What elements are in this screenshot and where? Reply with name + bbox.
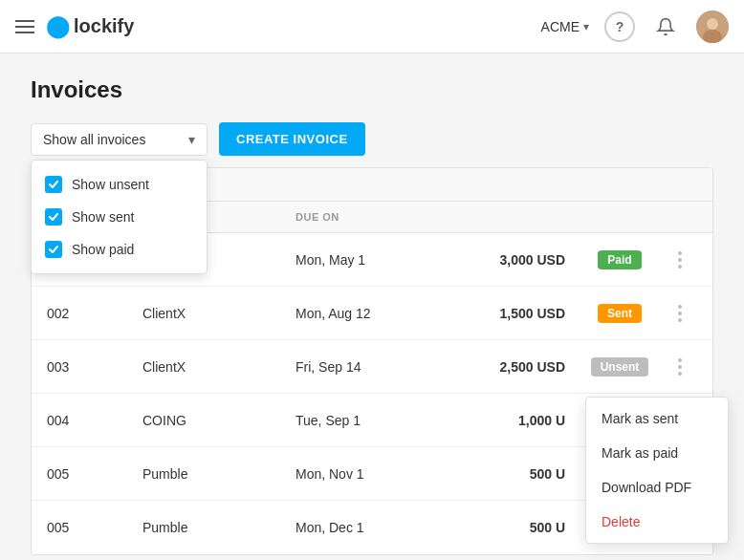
filter-show-paid[interactable]: Show paid xyxy=(32,233,207,266)
more-options-icon xyxy=(678,305,682,322)
chevron-down-icon: ▾ xyxy=(188,132,195,147)
invoice-due: Mon, Nov 1 xyxy=(295,466,449,482)
invoice-amount: 500 U xyxy=(449,520,577,535)
svg-point-1 xyxy=(707,18,718,30)
invoice-client: Pumble xyxy=(142,466,295,482)
help-icon[interactable]: ? xyxy=(604,11,635,42)
checkbox-sent xyxy=(45,208,62,226)
invoice-actions-button[interactable] xyxy=(663,251,697,269)
filter-paid-label: Show paid xyxy=(72,242,134,257)
invoice-client: ClientX xyxy=(142,306,295,321)
avatar[interactable] xyxy=(696,11,729,43)
status-badge: Unsent xyxy=(591,357,649,377)
invoice-id: 005 xyxy=(47,466,142,482)
invoice-due: Mon, Dec 1 xyxy=(295,520,449,535)
nav-right: ACME ▾ ? xyxy=(541,11,729,43)
invoice-id: 003 xyxy=(47,359,142,375)
toolbar: Show all invoices ▾ CREATE INVOICE Show … xyxy=(31,122,713,156)
filter-dropdown-panel: Show unsent Show sent Show paid xyxy=(31,160,208,274)
context-menu: Mark as sent Mark as paid Download PDF D… xyxy=(585,397,729,544)
invoice-id: 002 xyxy=(47,306,142,321)
logo-text: lockify xyxy=(74,15,134,37)
context-menu-download-pdf[interactable]: Download PDF xyxy=(586,470,728,505)
chevron-down-icon: ▾ xyxy=(583,20,589,33)
filter-dropdown-trigger[interactable]: Show all invoices ▾ xyxy=(31,123,208,156)
filter-label: Show all invoices xyxy=(43,132,145,147)
invoice-status: Sent xyxy=(577,304,663,323)
table-row: 002 ClientX Mon, Aug 12 1,500 USD Sent xyxy=(32,287,712,340)
logo-icon: ⬤ xyxy=(46,14,70,39)
nav-left: ⬤ lockify xyxy=(15,14,134,39)
create-invoice-button[interactable]: CREATE INVOICE xyxy=(219,122,365,156)
filter-show-sent[interactable]: Show sent xyxy=(32,201,207,233)
invoice-client: Pumble xyxy=(142,520,295,535)
invoice-amount: 1,000 U xyxy=(449,413,577,428)
table-row: 003 ClientX Fri, Sep 14 2,500 USD Unsent xyxy=(32,340,712,394)
invoice-amount: 500 U xyxy=(449,466,577,482)
invoice-actions-button[interactable] xyxy=(663,305,697,322)
page-title: Invoices xyxy=(31,76,713,103)
invoice-due: Tue, Sep 1 xyxy=(295,413,449,428)
context-menu-mark-sent[interactable]: Mark as sent xyxy=(586,401,728,436)
workspace-selector[interactable]: ACME ▾ xyxy=(541,19,589,34)
topnav: ⬤ lockify ACME ▾ ? xyxy=(0,0,744,54)
logo: ⬤ lockify xyxy=(46,14,134,39)
invoice-amount: 3,000 USD xyxy=(449,252,577,268)
context-menu-mark-paid[interactable]: Mark as paid xyxy=(586,436,728,470)
checkbox-paid xyxy=(45,241,62,258)
invoice-amount: 1,500 USD xyxy=(449,306,577,321)
invoice-amount: 2,500 USD xyxy=(449,359,577,375)
col-header-due: DUE ON xyxy=(295,211,449,223)
context-menu-delete[interactable]: Delete xyxy=(586,505,728,539)
invoice-client: ClientX xyxy=(142,359,295,375)
invoice-actions-button[interactable] xyxy=(663,358,697,376)
more-options-icon xyxy=(678,358,682,376)
invoice-id: 005 xyxy=(47,520,142,535)
bell-icon[interactable] xyxy=(650,11,681,42)
invoice-id: 004 xyxy=(47,413,142,428)
invoice-client: COING xyxy=(142,413,295,428)
invoice-status: Unsent xyxy=(577,357,663,377)
checkbox-unsent xyxy=(45,176,62,193)
menu-icon[interactable] xyxy=(15,20,34,33)
filter-sent-label: Show sent xyxy=(72,209,134,225)
invoice-due: Mon, May 1 xyxy=(295,252,449,268)
workspace-label: ACME xyxy=(541,19,580,34)
status-badge: Paid xyxy=(598,250,641,269)
more-options-icon xyxy=(678,251,682,269)
invoice-status: Paid xyxy=(577,250,663,269)
filter-show-unsent[interactable]: Show unsent xyxy=(32,168,207,201)
status-badge: Sent xyxy=(598,304,642,323)
invoice-due: Mon, Aug 12 xyxy=(295,306,449,321)
invoice-due: Fri, Sep 14 xyxy=(295,359,449,375)
filter-unsent-label: Show unsent xyxy=(72,177,149,192)
